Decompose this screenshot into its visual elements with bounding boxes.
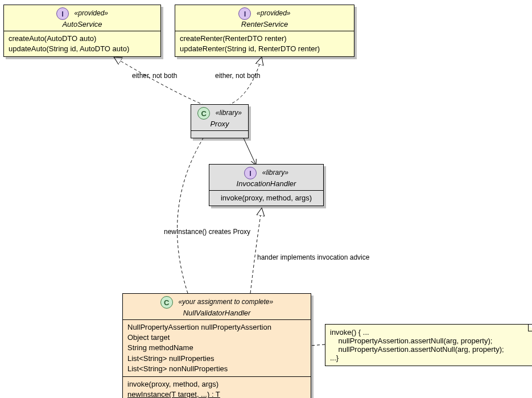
proxy-stereotype: «library» [216,109,242,117]
invocationhandler-stereotype: «library» [262,169,288,177]
class-icon: C [197,107,210,120]
edge-label: either, not both [132,72,177,80]
invocationhandler-interface: I «library» InvocationHandler invoke(pro… [209,164,324,206]
autoservice-interface: I «provided» AutoService createAuto(Auto… [3,5,161,57]
nvh-field: List<String> nonNullProperties [127,364,306,374]
nvh-field: NullPropertyAssertion nullPropertyAssert… [127,322,306,333]
edge-label: hander implements invocation advice [257,253,369,261]
renterservice-method: createRenter(RenterDTO renter) [180,34,349,44]
autoservice-stereotype: «provided» [75,9,108,17]
note-line: ...} [330,354,530,362]
proxy-class: C «library» Proxy [191,104,249,138]
nvh-method-static: newInstance(T target, ...) : T [127,389,306,398]
interface-icon: I [56,7,69,20]
interface-icon: I [244,167,257,179]
invocationhandler-method: invoke(proxy, method, args) [214,193,319,203]
invocationhandler-name: InvocationHandler [237,179,296,188]
renterservice-interface: I «provided» RenterService createRenter(… [175,5,354,57]
edge-label: newInstance() creates Proxy [164,228,250,236]
nullvalidatorhandler-stereotype: «your assignment to complete» [178,298,273,306]
autoservice-name: AutoService [62,20,102,28]
interface-icon: I [238,7,251,20]
nvh-method: invoke(proxy, method, args) [127,379,306,389]
note-line: nullPropertyAssertion.assertNotNull(arg,… [330,345,530,354]
nvh-field: List<String> nullProperties [127,354,306,364]
renterservice-stereotype: «provided» [257,9,290,17]
nvh-field: String methodName [127,343,306,353]
note-line: invoke() { ... [330,328,530,337]
nvh-field: Object target [127,333,306,343]
renterservice-method: updateRenter(String id, RenterDTO renter… [180,44,349,54]
renterservice-name: RenterService [241,20,288,28]
note-line: nullPropertyAssertion.assertNull(arg, pr… [330,337,530,345]
nullvalidatorhandler-name: NullValidatorHandler [183,309,251,317]
autoservice-method: createAuto(AutoDTO auto) [9,34,156,44]
autoservice-method: updateAuto(String id, AutoDTO auto) [9,44,156,54]
note: invoke() { ... nullPropertyAssertion.ass… [325,324,532,366]
class-icon: C [160,296,173,309]
edge-label: either, not both [215,72,260,80]
proxy-name: Proxy [210,120,229,128]
nullvalidatorhandler-class: C «your assignment to complete» NullVali… [122,293,311,398]
